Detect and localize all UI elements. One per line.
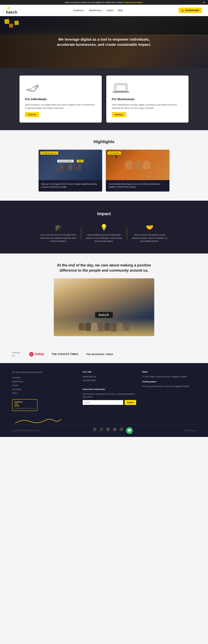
nav-link-academy[interactable]: Academy xyxy=(74,9,84,12)
office-address: 71 Ayer Rajah Crescent #03-25, Singapore… xyxy=(142,375,196,378)
footer-link-impact[interactable]: Impact xyxy=(12,384,76,387)
handshake-icon: 🤝 xyxy=(132,224,168,231)
email-social-icon[interactable]: ✉ xyxy=(92,427,97,432)
announcement-bar: Hatch Academy's courses are now eligible… xyxy=(0,0,208,5)
impact-text-2: Hatch Mediahouse has journeyed with clie… xyxy=(86,234,122,243)
newsletter-heading: Subscribe to Newsletter xyxy=(82,388,136,390)
newsletter-email-input[interactable] xyxy=(82,400,123,405)
business-times-logo: The Business Times xyxy=(86,353,113,356)
highlight-badge-business: For Businesses 🖱 xyxy=(40,152,58,154)
courses-button[interactable]: Courses xyxy=(25,112,39,117)
social-links: ✉ f 📷 ▶ in 💬 xyxy=(92,427,133,434)
nav-link-blog[interactable]: Blog xyxy=(118,9,123,12)
today-logo: m today xyxy=(29,352,44,356)
lightbulb-icon: 💡 xyxy=(86,224,122,231)
nav-link-mediahouse[interactable]: Mediahouse xyxy=(89,9,102,12)
lets-talk-heading: Let's Talk xyxy=(82,371,136,373)
nav-item-impact[interactable]: Impact xyxy=(106,9,113,12)
footer-links-list: Academy Mediahouse Impact Job Board Team xyxy=(12,376,76,394)
laptop-icon xyxy=(112,82,130,94)
mission-photo: hatch xyxy=(54,278,154,336)
impact-text-3: We join hands with partners across peopl… xyxy=(132,234,168,243)
footer-col-office: Office 71 Ayer Rajah Crescent #03-25, Si… xyxy=(142,371,196,411)
linkedin-icon[interactable]: in xyxy=(120,427,124,432)
privacy-policy-link[interactable]: Privacy Policy xyxy=(184,430,196,432)
announcement-text: Hatch Academy's courses are now eligible… xyxy=(65,1,123,4)
cursor-icon: 🖱 xyxy=(55,152,57,154)
footer-link-academy[interactable]: Academy xyxy=(12,376,76,379)
nav-item-mediahouse[interactable]: Mediahouse xyxy=(89,9,102,12)
office-heading: Office xyxy=(142,371,196,373)
straits-times-logo: THE STRAITS TIMES xyxy=(52,353,78,356)
card-icon-area-individuals xyxy=(25,82,96,95)
footer-link-item-mediahouse[interactable]: Mediahouse xyxy=(12,380,76,383)
footer: We are an Impact driven business. Academ… xyxy=(0,363,208,437)
mission-heading: At the end of the day, we care about mak… xyxy=(51,262,157,273)
footer-email[interactable]: hello@hatch.sg xyxy=(82,375,136,378)
facebook-icon[interactable]: f xyxy=(99,427,104,432)
impact-section: Impact 🎓 Over 1,500 learners from all wa… xyxy=(0,201,208,254)
logo[interactable]: hatch xyxy=(6,6,17,14)
footer-link-jobboard[interactable]: Job Board xyxy=(12,388,76,391)
business-good-sub: Social Enterprise Member of SBF xyxy=(14,408,35,409)
graduation-icon: 🎓 xyxy=(40,224,76,231)
footer-link-item-jobboard[interactable]: Job Board xyxy=(12,388,76,391)
announcement-close-button[interactable]: ✕ xyxy=(203,1,205,4)
highlight-text-business: Sign up for Go Digital ASEAN, Hatch's di… xyxy=(38,180,102,192)
training-heading: Training Space xyxy=(142,380,196,383)
footer-link-team[interactable]: Team xyxy=(12,392,76,394)
phone-icon: 📞 xyxy=(181,9,184,12)
hero-tagline: We leverage digital as a tool to empower… xyxy=(57,37,151,47)
nav-links: Academy Mediahouse Impact Blog xyxy=(74,9,123,12)
cards-section: For Individuals Hatch Academy runs digit… xyxy=(0,68,208,130)
impact-item-1: 🎓 Over 1,500 learners from all walks of … xyxy=(36,224,81,243)
announcement-link[interactable]: Find out more here › xyxy=(124,1,143,4)
logo-icon xyxy=(6,6,12,10)
card-businesses-title: For Businesses xyxy=(112,98,183,101)
footer-bottom-right: Privacy Policy xyxy=(184,430,196,432)
footer-col-links: We are an Impact driven business. Academ… xyxy=(12,371,76,411)
card-individuals-desc: Hatch Academy runs digital skills and ca… xyxy=(25,103,96,110)
featured-section: Featured On m today THE STRAITS TIMES Th… xyxy=(0,345,208,363)
nav-item-blog[interactable]: Blog xyxy=(118,9,123,12)
svg-rect-2 xyxy=(116,85,126,90)
footer-grid: We are an Impact driven business. Academ… xyxy=(12,371,196,411)
highlight-card-business: The Asia Foundation hatch xyxy=(38,150,102,192)
paper-plane-icon xyxy=(25,82,43,94)
nav-item-academy[interactable]: Academy xyxy=(74,9,84,12)
footer-bottom: © 2023 Hatch. All Rights Reserved. ✉ f 📷… xyxy=(12,424,196,434)
footer-link-item-team[interactable]: Team xyxy=(12,392,76,394)
youtube-icon[interactable]: ▶ xyxy=(113,427,117,432)
footer-link-mediahouse[interactable]: Mediahouse xyxy=(12,380,76,383)
highlight-card-learners: For Learners 🖱 Our technical skills prog… xyxy=(106,150,170,192)
featured-label: Featured On xyxy=(12,352,20,357)
yellow-swirl-decoration xyxy=(12,417,196,424)
impact-item-3: 🤝 We join hands with partners across peo… xyxy=(127,224,172,243)
featured-logos: m today THE STRAITS TIMES The Business T… xyxy=(29,352,113,356)
phone-number: +65 8040 4697 xyxy=(185,9,199,12)
instagram-icon[interactable]: 📷 xyxy=(106,427,110,432)
services-button[interactable]: Services xyxy=(112,112,126,117)
whatsapp-button[interactable]: 💬 xyxy=(126,427,133,434)
highlight-img-business: The Asia Foundation hatch xyxy=(38,150,102,180)
footer-col-talk: Let's Talk hello@hatch.sg +65 8040 4697 … xyxy=(82,371,136,411)
card-businesses-desc: Hatch Mediahouse provides digital consul… xyxy=(112,103,183,110)
newsletter-desc: Get exclusive news about our courses, up… xyxy=(82,392,136,398)
highlight-text-learners: Our technical skills programs are now WS… xyxy=(106,180,170,192)
highlight-badge-learners: For Learners 🖱 xyxy=(108,152,121,154)
nav-link-impact[interactable]: Impact xyxy=(106,9,113,12)
footer-link-item-impact[interactable]: Impact xyxy=(12,384,76,387)
card-individuals: For Individuals Hatch Academy runs digit… xyxy=(20,76,102,122)
hero-text: We leverage digital as a tool to empower… xyxy=(51,37,157,47)
highlights-section: Highlights The Asia Foundation hatch xyxy=(0,130,208,201)
svg-point-0 xyxy=(8,7,10,9)
phone-cta-button[interactable]: 📞 +65 8040 4697 xyxy=(178,8,202,13)
impact-title: Impact xyxy=(12,211,196,216)
card-businesses: For Businesses Hatch Mediahouse provides… xyxy=(106,76,188,122)
highlight-img-learners: For Learners 🖱 xyxy=(106,150,170,180)
footer-phone[interactable]: +65 8040 4697 xyxy=(82,379,136,382)
newsletter-submit-button[interactable]: Submit xyxy=(124,400,136,405)
business-for-good-badge: BUSINESS FOR GOOD Social Enterprise Memb… xyxy=(12,399,38,411)
swirl-svg xyxy=(15,417,61,424)
footer-link-item-academy[interactable]: Academy xyxy=(12,376,76,379)
